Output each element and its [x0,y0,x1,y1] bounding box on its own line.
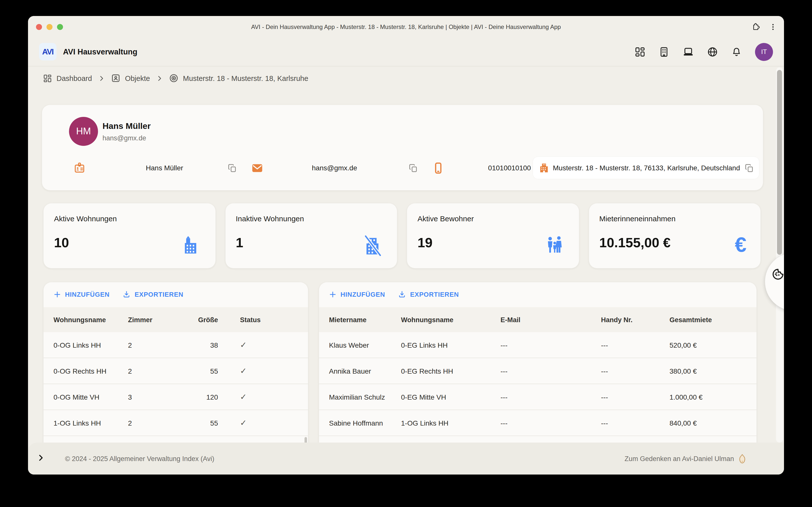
contact-card-icon [111,73,120,83]
screenshot-stage: AVI - Dein Hausverwaltung App - Musterst… [0,0,812,507]
col-header: Status [218,316,308,324]
col-header: Mietername [329,316,401,324]
tenants-table-header: Mietername Wohnungsname E-Mail Handy Nr.… [319,307,757,332]
col-header: Zimmer [128,316,183,324]
apartments-table-header: Wohnungsname Zimmer Größe Status [44,307,308,332]
apps-grid-icon[interactable] [635,46,646,57]
cell-apartment: 1-OG Links HH [401,419,501,427]
family-icon [544,234,565,257]
cell-name: 0-OG Links HH [53,341,128,349]
globe-icon[interactable] [707,46,718,57]
add-apartment-button[interactable]: HINZUFÜGEN [53,290,109,298]
app-name: AVI Hausverwaltung [63,47,137,56]
cell-size: 38 [183,341,218,349]
cell-rooms: 3 [128,393,183,401]
breadcrumb-objekte[interactable]: Objekte [111,73,150,83]
table-row[interactable]: Klaus Weber 0-EG Links HH --- --- 520,00… [319,332,757,358]
scrollbar-thumb[interactable] [777,70,782,255]
table-row[interactable]: Annika Bauer 0-EG Rechts HH --- --- 380,… [319,358,757,384]
col-header: Handy Nr. [601,316,669,324]
cell-email: --- [501,419,601,427]
cell-rooms: 2 [128,367,183,375]
add-label: HINZUFÜGEN [341,290,385,298]
stat-value: 10.155,00 € [599,235,670,251]
plus-icon [53,290,61,298]
contact-name: Hans Müller [124,164,204,172]
stat-value: 19 [417,235,433,251]
address-chip: Musterstr. 18 - Musterstr. 18, 76133, Ka… [533,157,759,179]
app-footer: © 2024 - 2025 Allgemeiner Verwaltung Ind… [28,443,784,474]
cell-tenant: Klaus Weber [329,341,401,349]
cell-rooms: 2 [128,341,183,349]
kebab-menu-icon[interactable] [769,23,777,31]
app-logo[interactable]: AVI [39,43,56,60]
stat-rental-income: Mieterinneneinnahmen 10.155,00 € € [589,203,761,268]
memorial-text: Zum Gedenken an Avi-Daniel Ulman [624,455,734,462]
stat-label: Inaktive Wohnungen [236,214,304,223]
breadcrumb-label: Dashboard [56,74,92,82]
cell-size: 55 [183,367,218,375]
user-avatar[interactable]: IT [755,43,773,61]
candle-icon [739,454,746,463]
main-content: Dashboard Objekte [28,66,784,443]
chevron-right-icon [98,75,105,82]
tenants-rows: Klaus Weber 0-EG Links HH --- --- 520,00… [319,332,757,436]
building-slash-icon [361,234,383,258]
smartphone-icon [432,162,445,174]
table-row[interactable]: 1-OG Links HH 2 55 ✓ [44,410,308,436]
laptop-icon[interactable] [682,46,694,57]
copy-icon[interactable] [227,163,237,173]
cell-phone: --- [601,367,669,375]
breadcrumb-dashboard[interactable]: Dashboard [43,74,92,83]
contact-address: Musterstr. 18 - Musterstr. 18, 76133, Ka… [553,164,740,172]
building-icon [538,162,550,174]
cell-phone: --- [601,341,669,349]
stat-cards: Aktive Wohnungen 10 Inaktive Wohnungen 1… [44,203,761,268]
cell-rent: 520,00 € [669,341,757,349]
copyright-text: © 2024 - 2025 Allgemeiner Verwaltung Ind… [65,455,214,462]
check-icon: ✓ [218,366,308,376]
cell-rent: 840,00 € [669,419,757,427]
building-icon [180,234,201,257]
cell-apartment: 0-EG Mitte VH [401,393,501,401]
cell-tenant: Maximilian Schulz [329,393,401,401]
copy-icon[interactable] [745,163,754,173]
cell-email: --- [501,367,601,375]
stat-inactive-apartments: Inaktive Wohnungen 1 [225,203,397,268]
table-row[interactable]: Sabine Hoffmann 1-OG Links HH --- --- 84… [319,410,757,436]
owner-email: hans@gmx.de [102,134,146,142]
contact-email: hans@gmx.de [285,164,385,172]
table-row[interactable]: 0-OG Rechts HH 2 55 ✓ [44,358,308,384]
apartments-rows: 0-OG Links HH 2 38 ✓ 0-OG Rechts HH 2 55… [44,332,308,436]
export-tenants-button[interactable]: EXPORTIEREN [398,290,459,298]
table-row[interactable]: 0-OG Mitte VH 3 120 ✓ [44,384,308,410]
cell-size: 55 [183,419,218,427]
download-icon [398,290,406,298]
cell-name: 0-OG Rechts HH [53,367,128,375]
breadcrumb-object[interactable]: Musterstr. 18 - Musterstr. 18, Karlsruhe [169,73,308,83]
col-header: Wohnungsname [53,316,128,324]
expand-chevron-icon[interactable] [37,454,45,464]
cell-name: 0-OG Mitte VH [53,393,128,401]
add-label: HINZUFÜGEN [65,290,109,298]
plus-icon [329,290,337,298]
id-badge-icon [73,162,86,174]
bell-icon[interactable] [731,46,742,57]
col-header: Gesamtmiete [669,316,757,324]
check-icon: ✓ [218,418,308,428]
cell-apartment: 0-EG Rechts HH [401,367,501,375]
export-apartments-button[interactable]: EXPORTIEREN [122,290,183,298]
owner-profile-card: HM Hans Müller hans@gmx.de Hans Müller h… [42,105,763,190]
copy-icon[interactable] [408,163,418,173]
col-header: Größe [183,316,218,324]
avatar: HM [69,117,98,146]
browser-window: AVI - Dein Hausverwaltung App - Musterst… [28,16,784,474]
building-icon[interactable] [659,46,669,57]
table-row[interactable]: Maximilian Schulz 0-EG Mitte VH --- --- … [319,384,757,410]
cell-size: 120 [183,393,218,401]
table-row[interactable]: 0-OG Links HH 2 38 ✓ [44,332,308,358]
cell-name: 1-OG Links HH [53,419,128,427]
col-header: E-Mail [501,316,601,324]
add-tenant-button[interactable]: HINZUFÜGEN [329,290,385,298]
extension-puzzle-icon[interactable] [752,22,760,31]
